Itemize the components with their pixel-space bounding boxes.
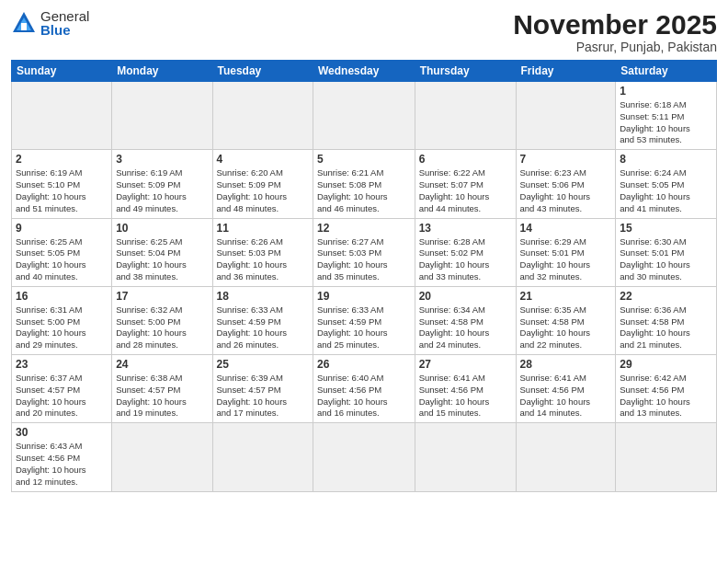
table-row: 27Sunrise: 6:41 AM Sunset: 4:56 PM Dayli… [415, 355, 516, 423]
day-info: Sunrise: 6:38 AM Sunset: 4:57 PM Dayligh… [116, 373, 208, 419]
table-row [12, 82, 112, 150]
page: General Blue November 2025 Pasrur, Punja… [0, 0, 728, 563]
col-thursday: Thursday [415, 61, 516, 82]
table-row: 22Sunrise: 6:36 AM Sunset: 4:58 PM Dayli… [616, 286, 717, 354]
day-number: 30 [16, 426, 108, 439]
day-number: 2 [16, 153, 108, 166]
day-info: Sunrise: 6:27 AM Sunset: 5:03 PM Dayligh… [317, 236, 411, 283]
table-row: 24Sunrise: 6:38 AM Sunset: 4:57 PM Dayli… [112, 355, 212, 423]
day-number: 29 [620, 358, 712, 371]
day-info: Sunrise: 6:34 AM Sunset: 4:58 PM Dayligh… [419, 304, 512, 351]
day-number: 13 [419, 222, 512, 235]
day-info: Sunrise: 6:43 AM Sunset: 4:56 PM Dayligh… [16, 441, 108, 488]
day-number: 14 [520, 222, 612, 235]
day-info: Sunrise: 6:39 AM Sunset: 4:57 PM Dayligh… [217, 373, 309, 419]
day-info: Sunrise: 6:33 AM Sunset: 4:59 PM Dayligh… [317, 304, 411, 351]
day-number: 26 [317, 358, 411, 371]
col-saturday: Saturday [616, 61, 717, 82]
table-row: 10Sunrise: 6:25 AM Sunset: 5:04 PM Dayli… [112, 218, 212, 286]
day-number: 15 [620, 222, 712, 235]
col-friday: Friday [516, 61, 616, 82]
day-number: 21 [520, 290, 612, 303]
table-row [616, 423, 717, 491]
calendar: Sunday Monday Tuesday Wednesday Thursday… [11, 60, 717, 492]
table-row: 5Sunrise: 6:21 AM Sunset: 5:08 PM Daylig… [313, 150, 415, 218]
day-info: Sunrise: 6:32 AM Sunset: 5:00 PM Dayligh… [116, 304, 208, 351]
table-row [516, 82, 616, 150]
day-info: Sunrise: 6:30 AM Sunset: 5:01 PM Dayligh… [620, 236, 712, 283]
day-number: 20 [419, 290, 512, 303]
table-row: 14Sunrise: 6:29 AM Sunset: 5:01 PM Dayli… [516, 218, 616, 286]
logo-general-text: General [40, 9, 89, 23]
day-info: Sunrise: 6:25 AM Sunset: 5:05 PM Dayligh… [16, 236, 108, 283]
day-info: Sunrise: 6:18 AM Sunset: 5:11 PM Dayligh… [620, 99, 712, 146]
logo-icon [11, 10, 37, 36]
table-row [112, 423, 212, 491]
table-row: 26Sunrise: 6:40 AM Sunset: 4:56 PM Dayli… [313, 355, 415, 423]
day-number: 25 [217, 358, 309, 371]
table-row: 8Sunrise: 6:24 AM Sunset: 5:05 PM Daylig… [616, 150, 717, 218]
location: Pasrur, Punjab, Pakistan [513, 40, 717, 54]
table-row: 17Sunrise: 6:32 AM Sunset: 5:00 PM Dayli… [112, 286, 212, 354]
day-info: Sunrise: 6:36 AM Sunset: 4:58 PM Dayligh… [620, 304, 712, 351]
day-number: 9 [16, 222, 108, 235]
day-number: 23 [16, 358, 108, 371]
day-number: 11 [217, 222, 309, 235]
logo-blue-text: Blue [40, 23, 89, 37]
day-number: 28 [520, 358, 612, 371]
table-row [415, 423, 516, 491]
logo-text: General Blue [40, 9, 89, 37]
table-row [516, 423, 616, 491]
table-row [313, 423, 415, 491]
table-row: 25Sunrise: 6:39 AM Sunset: 4:57 PM Dayli… [212, 355, 313, 423]
table-row [313, 82, 415, 150]
day-info: Sunrise: 6:42 AM Sunset: 4:56 PM Dayligh… [620, 373, 712, 419]
table-row: 1Sunrise: 6:18 AM Sunset: 5:11 PM Daylig… [616, 82, 717, 150]
day-number: 24 [116, 358, 208, 371]
table-row [112, 82, 212, 150]
table-row: 19Sunrise: 6:33 AM Sunset: 4:59 PM Dayli… [313, 286, 415, 354]
table-row: 20Sunrise: 6:34 AM Sunset: 4:58 PM Dayli… [415, 286, 516, 354]
col-tuesday: Tuesday [212, 61, 313, 82]
day-number: 4 [217, 153, 309, 166]
day-number: 18 [217, 290, 309, 303]
day-info: Sunrise: 6:23 AM Sunset: 5:06 PM Dayligh… [520, 167, 612, 214]
day-info: Sunrise: 6:41 AM Sunset: 4:56 PM Dayligh… [419, 373, 512, 419]
col-wednesday: Wednesday [313, 61, 415, 82]
header: General Blue November 2025 Pasrur, Punja… [11, 9, 717, 54]
day-number: 22 [620, 290, 712, 303]
table-row: 30Sunrise: 6:43 AM Sunset: 4:56 PM Dayli… [12, 423, 112, 491]
day-number: 3 [116, 153, 208, 166]
table-row: 2Sunrise: 6:19 AM Sunset: 5:10 PM Daylig… [12, 150, 112, 218]
day-info: Sunrise: 6:40 AM Sunset: 4:56 PM Dayligh… [317, 373, 411, 419]
table-row: 23Sunrise: 6:37 AM Sunset: 4:57 PM Dayli… [12, 355, 112, 423]
table-row: 18Sunrise: 6:33 AM Sunset: 4:59 PM Dayli… [212, 286, 313, 354]
day-info: Sunrise: 6:19 AM Sunset: 5:10 PM Dayligh… [16, 167, 108, 214]
table-row [212, 82, 313, 150]
day-info: Sunrise: 6:21 AM Sunset: 5:08 PM Dayligh… [317, 167, 411, 214]
day-number: 1 [620, 85, 712, 98]
table-row: 13Sunrise: 6:28 AM Sunset: 5:02 PM Dayli… [415, 218, 516, 286]
table-row: 9Sunrise: 6:25 AM Sunset: 5:05 PM Daylig… [12, 218, 112, 286]
title-block: November 2025 Pasrur, Punjab, Pakistan [513, 9, 717, 54]
day-info: Sunrise: 6:37 AM Sunset: 4:57 PM Dayligh… [16, 373, 108, 419]
day-info: Sunrise: 6:19 AM Sunset: 5:09 PM Dayligh… [116, 167, 208, 214]
table-row: 15Sunrise: 6:30 AM Sunset: 5:01 PM Dayli… [616, 218, 717, 286]
day-number: 17 [116, 290, 208, 303]
col-sunday: Sunday [12, 61, 112, 82]
header-row: Sunday Monday Tuesday Wednesday Thursday… [12, 61, 717, 82]
table-row: 6Sunrise: 6:22 AM Sunset: 5:07 PM Daylig… [415, 150, 516, 218]
svg-rect-2 [21, 23, 27, 30]
table-row [212, 423, 313, 491]
day-info: Sunrise: 6:24 AM Sunset: 5:05 PM Dayligh… [620, 167, 712, 214]
day-number: 6 [419, 153, 512, 166]
day-info: Sunrise: 6:28 AM Sunset: 5:02 PM Dayligh… [419, 236, 512, 283]
day-info: Sunrise: 6:33 AM Sunset: 4:59 PM Dayligh… [217, 304, 309, 351]
col-monday: Monday [112, 61, 212, 82]
day-info: Sunrise: 6:26 AM Sunset: 5:03 PM Dayligh… [217, 236, 309, 283]
table-row: 7Sunrise: 6:23 AM Sunset: 5:06 PM Daylig… [516, 150, 616, 218]
day-number: 16 [16, 290, 108, 303]
table-row: 12Sunrise: 6:27 AM Sunset: 5:03 PM Dayli… [313, 218, 415, 286]
day-number: 5 [317, 153, 411, 166]
table-row [415, 82, 516, 150]
